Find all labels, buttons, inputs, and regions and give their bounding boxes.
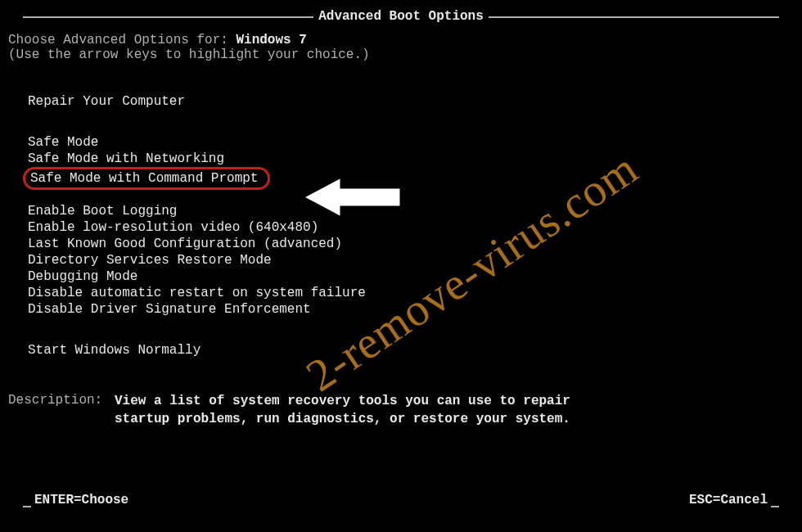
footer-esc: ESC=Cancel (689, 493, 768, 507)
footer-bar: ENTER=Choose ESC=Cancel (31, 493, 771, 507)
screen-frame (23, 16, 779, 507)
page-title: Advanced Boot Options (313, 9, 489, 24)
menu-item-safe-mode-cmd[interactable]: Safe Mode with Command Prompt (23, 167, 270, 190)
footer-enter: ENTER=Choose (34, 493, 128, 507)
highlighted-menu-item-wrap: Safe Mode with Command Prompt (28, 167, 270, 190)
